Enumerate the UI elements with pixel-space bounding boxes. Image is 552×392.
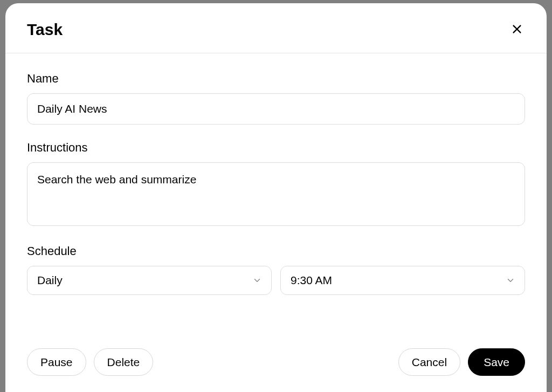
schedule-field-group: Schedule Daily 9:30 AM: [27, 244, 525, 295]
modal-title: Task: [27, 20, 63, 39]
time-select[interactable]: 9:30 AM: [280, 266, 525, 295]
name-label: Name: [27, 72, 525, 86]
name-input[interactable]: [27, 93, 525, 125]
cancel-button[interactable]: Cancel: [398, 348, 460, 376]
schedule-row: Daily 9:30 AM: [27, 266, 525, 295]
modal-footer: Pause Delete Cancel Save: [5, 341, 547, 392]
footer-left-actions: Pause Delete: [27, 348, 153, 376]
modal-header: Task: [5, 3, 547, 53]
instructions-field-group: Instructions Search the web and summariz…: [27, 141, 525, 228]
modal-body: Name Instructions Search the web and sum…: [5, 53, 547, 341]
frequency-select[interactable]: Daily: [27, 266, 272, 295]
close-button[interactable]: [509, 21, 525, 39]
footer-right-actions: Cancel Save: [398, 348, 525, 376]
time-select-wrap: 9:30 AM: [280, 266, 525, 295]
name-field-group: Name: [27, 72, 525, 125]
close-icon: [511, 23, 523, 37]
save-button[interactable]: Save: [468, 348, 525, 376]
instructions-label: Instructions: [27, 141, 525, 155]
instructions-input[interactable]: Search the web and summarize: [27, 162, 525, 226]
frequency-select-wrap: Daily: [27, 266, 272, 295]
task-modal: Task Name Instructions Search the web an…: [5, 3, 547, 392]
schedule-label: Schedule: [27, 244, 525, 258]
delete-button[interactable]: Delete: [94, 348, 154, 376]
pause-button[interactable]: Pause: [27, 348, 86, 376]
